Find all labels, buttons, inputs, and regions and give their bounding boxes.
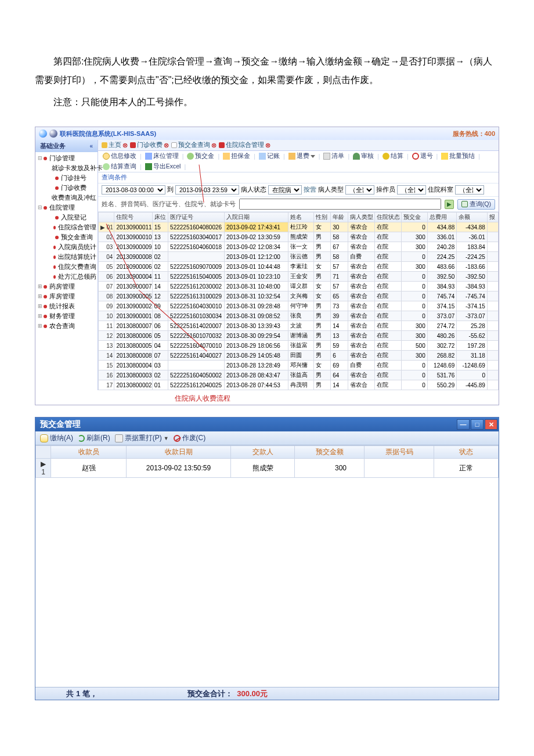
grid-header[interactable] <box>99 213 114 222</box>
tree-item[interactable]: 就诊卡发放及补卡 <box>35 163 98 173</box>
tab-主页[interactable]: 主页 ⊗ <box>102 141 128 149</box>
query-button[interactable]: 查询(Q) <box>457 199 495 210</box>
grid-header[interactable]: 余额 <box>457 213 488 222</box>
tab-住院综合管理[interactable]: 住院综合管理 ⊗ <box>219 141 270 149</box>
toolbar-审核[interactable]: 审核 <box>352 152 375 160</box>
tree-item[interactable]: 入院登记 <box>35 213 98 222</box>
grid-row[interactable]: 17201308000020152222516120400252013-08-2… <box>99 380 499 390</box>
grid-row[interactable]: 13201308000050452222516040700102013-08-2… <box>99 341 499 351</box>
tree-item[interactable]: 住院综合管理 <box>35 222 98 232</box>
search-input[interactable] <box>239 199 441 210</box>
toolbar-导出Excel[interactable]: 导出Excel <box>144 163 182 171</box>
tab-close-icon[interactable]: ⊗ <box>211 142 217 149</box>
date-from-select[interactable]: 2013-08-03 00:00 <box>102 185 165 195</box>
grid-row[interactable]: 1520130800004032013-08-28 13:28:49邓兴慵女69… <box>99 361 499 370</box>
toolbar-信息修改[interactable]: 信息修改 <box>102 152 138 160</box>
dropdown-icon[interactable] <box>311 155 315 158</box>
grid-row[interactable]: 03201309000091052222516040600182013-09-0… <box>99 242 499 252</box>
tree-collapser-icon[interactable]: ⊞ <box>38 292 44 301</box>
date-to-select[interactable]: 2013-09-03 23:59 <box>175 185 239 195</box>
tab-close-icon[interactable]: ⊗ <box>265 142 270 149</box>
toolbar-预交金[interactable]: 预交金 <box>186 152 215 160</box>
tree-item[interactable]: 处方汇总领药 <box>35 272 98 282</box>
status-select[interactable]: 在院病人 <box>268 185 302 195</box>
grid-header[interactable]: 总费用 <box>427 213 457 222</box>
toolbar-担保金[interactable]: 担保金 <box>222 152 251 160</box>
grid-header[interactable]: 年龄 <box>331 213 348 222</box>
minimize-button[interactable]: — <box>457 419 470 430</box>
type-select[interactable]: （全部） <box>345 185 374 195</box>
tree-item[interactable]: 预交金查询 <box>35 232 98 242</box>
grid-row[interactable]: 11201308000070652222516140200072013-08-3… <box>99 321 499 331</box>
prepay-grid[interactable]: 收款员收款日期交款人预交金额票据号码状态 ▶ 1 赵强 2013-09-02 1… <box>35 445 499 478</box>
sidebar-collapse-icon[interactable]: « <box>89 143 93 149</box>
tree-item[interactable]: 门诊挂号 <box>35 173 98 183</box>
grid-row[interactable]: ▶ 01201309000111552222516040800262013-09… <box>99 222 499 232</box>
operator-select[interactable]: （全部） <box>397 185 426 195</box>
grid-row[interactable]: 14201308000080752222516140400272013-08-2… <box>99 351 499 361</box>
dropdown-icon[interactable]: ▼ <box>164 435 169 441</box>
tree-item[interactable]: ⊞农合查询 <box>35 321 98 331</box>
prepay-header[interactable]: 预交金额 <box>295 446 365 459</box>
prepay-toolbar-缴纳(A)[interactable]: 缴纳(A) <box>40 433 73 443</box>
go-icon[interactable]: ▶ <box>445 200 454 209</box>
grid-row[interactable]: 07201309000071452222516120300022013-08-3… <box>99 282 499 291</box>
dept-select[interactable]: （全部） <box>455 185 484 195</box>
grid-row[interactable]: 06201309000041152222516150400052013-09-0… <box>99 272 499 282</box>
prepay-row[interactable]: ▶ 1 赵强 2013-09-02 13:50:59 熊成荣 300 正常 <box>36 459 499 478</box>
grid-header[interactable]: 床位 <box>152 213 168 222</box>
tab-close-icon[interactable]: ⊗ <box>164 142 169 149</box>
tree-item[interactable]: 出院结算统计 <box>35 252 98 262</box>
grid-header[interactable]: 入院日期 <box>225 213 288 222</box>
prepay-header[interactable]: 收款员 <box>51 446 127 459</box>
tree-item[interactable]: ⊟住院管理 <box>35 203 98 213</box>
prepay-header[interactable]: 票据号码 <box>365 446 434 459</box>
tree-item[interactable]: ⊟门诊管理 <box>35 153 98 163</box>
tree-collapser-icon[interactable]: ⊞ <box>38 312 44 321</box>
toolbar-退费[interactable]: 退费 <box>287 152 316 160</box>
grid-row[interactable]: 16201308000030252222516040500022013-08-2… <box>99 370 499 380</box>
tree-item[interactable]: ⊞库房管理 <box>35 291 98 301</box>
tab-门诊收费[interactable]: 门诊收费 ⊗ <box>130 141 169 149</box>
toolbar-清单[interactable]: 清单 <box>322 152 345 160</box>
grid-header[interactable]: 住院号 <box>114 213 152 222</box>
tree-item[interactable]: ⊞统计报表 <box>35 301 98 311</box>
toolbar-结算查询[interactable]: 结算查询 <box>102 163 138 171</box>
grid-row[interactable]: 0420130900008022013-09-01 12:12:00张云德男58… <box>99 252 499 262</box>
close-button[interactable]: ✕ <box>485 419 497 430</box>
tree-collapser-icon[interactable]: ⊞ <box>38 322 44 330</box>
grid-header[interactable]: 姓名 <box>288 213 313 222</box>
toolbar-床位管理[interactable]: 床位管理 <box>144 152 180 160</box>
prepay-header[interactable] <box>36 446 51 459</box>
prepay-header[interactable]: 交款人 <box>231 446 295 459</box>
tree-item[interactable]: ⊞财务管理 <box>35 311 98 321</box>
toolbar-退号[interactable]: 退号 <box>411 152 434 160</box>
toolbar-结算[interactable]: 结算 <box>381 152 405 160</box>
tree-collapser-icon[interactable]: ⊞ <box>38 302 44 311</box>
grid-row[interactable]: 10201309000010852222516010300342013-08-3… <box>99 311 499 321</box>
tree-item[interactable]: 门诊收费 <box>35 183 98 193</box>
grid-row[interactable]: 05201309000060252222516090700092013-09-0… <box>99 262 499 272</box>
maximize-button[interactable]: □ <box>471 419 484 430</box>
toolbar-批量预结[interactable]: 批量预结 <box>440 152 476 160</box>
tree-collapser-icon[interactable]: ⊟ <box>38 154 44 163</box>
grid-row[interactable]: 09201309000020952222516040300102013-08-3… <box>99 301 499 311</box>
patient-grid[interactable]: 住院号床位医疗证号入院日期姓名性别年龄病人类型住院状态预交金总费用余额报 ▶ 0… <box>98 212 499 390</box>
prepay-header[interactable]: 收款日期 <box>127 446 231 459</box>
tab-预交金查询[interactable]: 预交金查询 ⊗ <box>171 141 217 149</box>
grid-header[interactable]: 医疗证号 <box>168 213 225 222</box>
tree-collapser-icon[interactable]: ⊟ <box>38 203 44 212</box>
sidebar-header[interactable]: 基础业务 « <box>35 140 98 152</box>
grid-header[interactable]: 性别 <box>313 213 330 222</box>
tree-item[interactable]: 住院欠费查询 <box>35 262 98 272</box>
prepay-header[interactable]: 状态 <box>434 446 499 459</box>
grid-header[interactable]: 预交金 <box>402 213 427 222</box>
tree-item[interactable]: 入院病员统计 <box>35 242 98 252</box>
prepay-toolbar-刷新(R)[interactable]: 刷新(R) <box>78 433 110 443</box>
toolbar-记账[interactable]: 记账 <box>258 152 281 160</box>
prepay-toolbar-票据重打(P)[interactable]: 票据重打(P) ▼ <box>115 433 169 443</box>
grid-header[interactable]: 病人类型 <box>348 213 374 222</box>
grid-row[interactable]: 02201309000101352222516030400172013-09-0… <box>99 232 499 242</box>
grid-row[interactable]: 08201309000051252222516131000292013-08-3… <box>99 291 499 301</box>
grid-row[interactable]: 12201308000060552222516010700322013-08-3… <box>99 331 499 341</box>
